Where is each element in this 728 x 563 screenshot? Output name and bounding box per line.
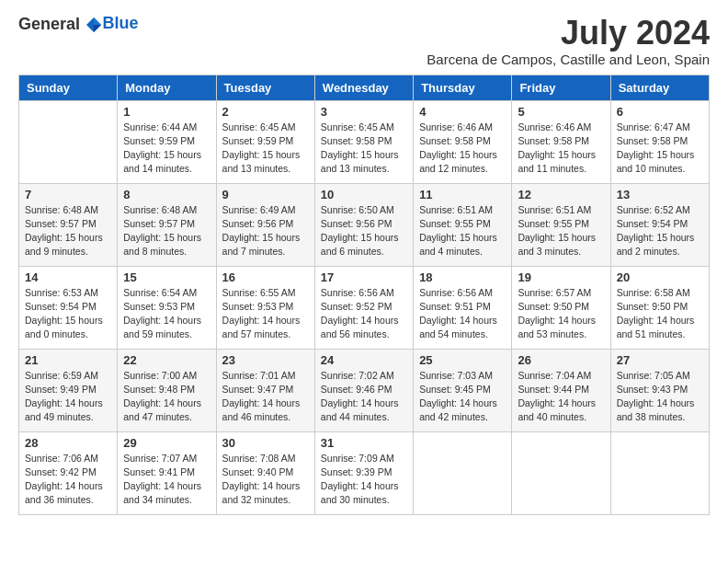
day-detail: Sunrise: 6:57 AMSunset: 9:50 PMDaylight:… [518,286,604,342]
day-number: 17 [321,270,407,284]
day-number: 28 [25,436,111,450]
day-number: 19 [518,270,604,284]
calendar-cell: 17 Sunrise: 6:56 AMSunset: 9:52 PMDaylig… [314,266,413,349]
calendar-cell: 14 Sunrise: 6:53 AMSunset: 9:54 PMDaylig… [19,266,118,349]
day-detail: Sunrise: 6:49 AMSunset: 9:56 PMDaylight:… [222,203,309,259]
day-number: 10 [321,188,407,201]
calendar-cell: 18 Sunrise: 6:56 AMSunset: 9:51 PMDaylig… [414,266,512,349]
day-detail: Sunrise: 6:44 AMSunset: 9:59 PMDaylight:… [123,121,210,177]
calendar-cell: 5 Sunrise: 6:46 AMSunset: 9:58 PMDayligh… [512,100,610,183]
calendar-cell: 21 Sunrise: 6:59 AMSunset: 9:49 PMDaylig… [19,349,118,431]
calendar-cell: 15 Sunrise: 6:54 AMSunset: 9:53 PMDaylig… [118,266,216,349]
logo: General Blue [18,15,139,36]
day-detail: Sunrise: 6:54 AMSunset: 9:53 PMDaylight:… [123,286,210,342]
location-title: Barcena de Campos, Castille and Leon, Sp… [427,52,710,67]
day-detail: Sunrise: 6:48 AMSunset: 9:57 PMDaylight:… [123,203,210,259]
calendar-cell: 28 Sunrise: 7:06 AMSunset: 9:42 PMDaylig… [19,431,118,514]
day-number: 3 [321,105,407,119]
day-detail: Sunrise: 6:50 AMSunset: 9:56 PMDaylight:… [321,203,407,259]
day-detail: Sunrise: 6:59 AMSunset: 9:49 PMDaylight:… [25,369,111,425]
calendar-cell: 26 Sunrise: 7:04 AMSunset: 9:44 PMDaylig… [512,349,610,431]
day-detail: Sunrise: 7:05 AMSunset: 9:43 PMDaylight:… [617,369,703,425]
day-number: 4 [419,105,506,119]
day-number: 7 [25,188,111,201]
day-number: 15 [123,270,210,284]
day-number: 31 [321,436,407,450]
calendar-table: SundayMondayTuesdayWednesdayThursdayFrid… [18,75,710,515]
weekday-header: Sunday [19,75,118,100]
logo-blue-label: Blue [103,14,139,33]
calendar-cell: 11 Sunrise: 6:51 AMSunset: 9:55 PMDaylig… [414,183,512,266]
day-detail: Sunrise: 6:48 AMSunset: 9:57 PMDaylight:… [25,203,111,259]
day-detail: Sunrise: 6:56 AMSunset: 9:52 PMDaylight:… [321,286,407,342]
calendar-cell [19,100,118,183]
day-detail: Sunrise: 6:55 AMSunset: 9:53 PMDaylight:… [222,286,309,342]
day-detail: Sunrise: 7:09 AMSunset: 9:39 PMDaylight:… [321,452,407,508]
logo-general-text: General [18,15,103,36]
day-detail: Sunrise: 6:45 AMSunset: 9:58 PMDaylight:… [321,121,407,177]
logo-general-label: General [18,15,80,33]
day-number: 29 [123,436,210,450]
calendar-cell: 8 Sunrise: 6:48 AMSunset: 9:57 PMDayligh… [118,183,216,266]
week-row: 1 Sunrise: 6:44 AMSunset: 9:59 PMDayligh… [19,100,710,183]
day-number: 9 [222,188,309,201]
day-number: 26 [518,353,604,367]
calendar-header-row: SundayMondayTuesdayWednesdayThursdayFrid… [19,75,710,100]
day-detail: Sunrise: 6:56 AMSunset: 9:51 PMDaylight:… [419,286,506,342]
day-number: 1 [123,105,210,119]
day-detail: Sunrise: 6:46 AMSunset: 9:58 PMDaylight:… [419,121,506,177]
calendar-cell: 9 Sunrise: 6:49 AMSunset: 9:56 PMDayligh… [216,183,314,266]
day-number: 30 [222,436,309,450]
calendar-cell [414,431,512,514]
calendar-cell: 3 Sunrise: 6:45 AMSunset: 9:58 PMDayligh… [314,100,413,183]
week-row: 28 Sunrise: 7:06 AMSunset: 9:42 PMDaylig… [19,431,710,514]
calendar-cell: 29 Sunrise: 7:07 AMSunset: 9:41 PMDaylig… [118,431,216,514]
week-row: 14 Sunrise: 6:53 AMSunset: 9:54 PMDaylig… [19,266,710,349]
day-number: 16 [222,270,309,284]
day-detail: Sunrise: 6:45 AMSunset: 9:59 PMDaylight:… [222,121,309,177]
calendar-cell: 13 Sunrise: 6:52 AMSunset: 9:54 PMDaylig… [610,183,709,266]
calendar-cell [610,431,709,514]
day-detail: Sunrise: 7:01 AMSunset: 9:47 PMDaylight:… [222,369,309,425]
calendar-cell: 10 Sunrise: 6:50 AMSunset: 9:56 PMDaylig… [314,183,413,266]
weekday-header: Monday [118,75,216,100]
calendar-cell: 12 Sunrise: 6:51 AMSunset: 9:55 PMDaylig… [512,183,610,266]
day-number: 21 [25,353,111,367]
day-detail: Sunrise: 7:00 AMSunset: 9:48 PMDaylight:… [123,369,210,425]
day-detail: Sunrise: 6:46 AMSunset: 9:58 PMDaylight:… [518,121,604,177]
day-number: 25 [419,353,506,367]
day-number: 24 [321,353,407,367]
day-number: 11 [419,188,506,201]
day-detail: Sunrise: 7:06 AMSunset: 9:42 PMDaylight:… [25,452,111,508]
day-detail: Sunrise: 7:04 AMSunset: 9:44 PMDaylight:… [518,369,604,425]
calendar-cell: 4 Sunrise: 6:46 AMSunset: 9:58 PMDayligh… [414,100,512,183]
day-number: 20 [617,270,703,284]
day-detail: Sunrise: 7:03 AMSunset: 9:45 PMDaylight:… [419,369,506,425]
calendar-cell: 30 Sunrise: 7:08 AMSunset: 9:40 PMDaylig… [216,431,314,514]
weekday-header: Saturday [610,75,709,100]
calendar-body: 1 Sunrise: 6:44 AMSunset: 9:59 PMDayligh… [19,100,710,514]
weekday-header: Tuesday [216,75,314,100]
day-detail: Sunrise: 7:07 AMSunset: 9:41 PMDaylight:… [123,452,210,508]
calendar-cell: 24 Sunrise: 7:02 AMSunset: 9:46 PMDaylig… [314,349,413,431]
day-number: 6 [617,105,703,119]
weekday-header: Wednesday [314,75,413,100]
calendar-cell: 2 Sunrise: 6:45 AMSunset: 9:59 PMDayligh… [216,100,314,183]
calendar-cell: 27 Sunrise: 7:05 AMSunset: 9:43 PMDaylig… [610,349,709,431]
calendar-cell: 23 Sunrise: 7:01 AMSunset: 9:47 PMDaylig… [216,349,314,431]
week-row: 21 Sunrise: 6:59 AMSunset: 9:49 PMDaylig… [19,349,710,431]
day-number: 2 [222,105,309,119]
calendar-cell [512,431,610,514]
day-number: 22 [123,353,210,367]
calendar-cell: 1 Sunrise: 6:44 AMSunset: 9:59 PMDayligh… [118,100,216,183]
day-number: 8 [123,188,210,201]
day-number: 13 [617,188,703,201]
day-number: 14 [25,270,111,284]
week-row: 7 Sunrise: 6:48 AMSunset: 9:57 PMDayligh… [19,183,710,266]
calendar-cell: 16 Sunrise: 6:55 AMSunset: 9:53 PMDaylig… [216,266,314,349]
logo-icon [85,16,103,34]
calendar-cell: 22 Sunrise: 7:00 AMSunset: 9:48 PMDaylig… [118,349,216,431]
calendar-cell: 6 Sunrise: 6:47 AMSunset: 9:58 PMDayligh… [610,100,709,183]
day-detail: Sunrise: 7:02 AMSunset: 9:46 PMDaylight:… [321,369,407,425]
day-detail: Sunrise: 6:58 AMSunset: 9:50 PMDaylight:… [617,286,703,342]
